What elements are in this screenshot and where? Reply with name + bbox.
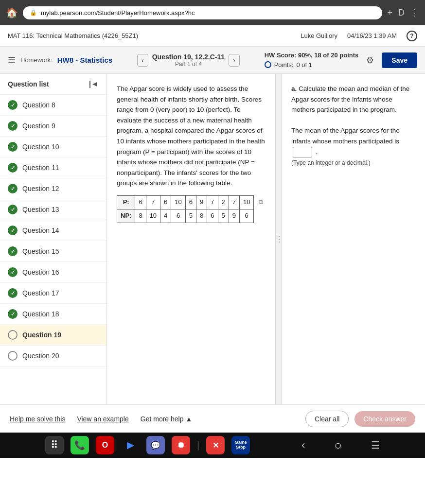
- answer-panel: a. Calculate the mean and median of the …: [282, 74, 425, 404]
- table-cell: 10: [146, 209, 160, 223]
- prev-question-button[interactable]: ‹: [137, 54, 148, 67]
- question-info: Question 19, 12.2.C-11 Part 1 of 4: [152, 53, 225, 68]
- sidebar-item-q13[interactable]: Question 13: [0, 199, 106, 220]
- question-text: The Apgar score is widely used to assess…: [117, 84, 266, 189]
- gamestop-icon[interactable]: GameStop: [231, 436, 250, 454]
- phone-icon[interactable]: 📞: [71, 436, 89, 454]
- mean-prefix: The mean of the Apgar scores for the inf…: [291, 127, 400, 145]
- grid-icon[interactable]: ⠿: [45, 436, 64, 454]
- sidebar-item-label: Question 9: [22, 122, 55, 130]
- sidebar-item-q12[interactable]: Question 12: [0, 178, 106, 199]
- sidebar-item-label: Question 15: [22, 247, 59, 255]
- divider-dots-icon: ⋮: [275, 235, 282, 244]
- browser-actions: + D ⋮: [387, 7, 419, 18]
- table-cell: 7: [229, 195, 239, 209]
- sidebar-item-q15[interactable]: Question 15: [0, 241, 106, 262]
- table-cell: 6: [207, 209, 218, 223]
- sidebar-item-q10[interactable]: Question 10: [0, 137, 106, 157]
- sidebar-item-label: Question 8: [22, 101, 55, 109]
- hw-header: ☰ Homework: HW8 - Statistics ‹ Question …: [0, 47, 425, 74]
- question-nav: ‹ Question 19, 12.2.C-11 Part 1 of 4 ›: [137, 53, 240, 68]
- collapse-sidebar-icon[interactable]: |◄: [89, 80, 99, 88]
- question-part: Part 1 of 4: [152, 61, 225, 68]
- bottom-toolbar-left: Help me solve this View an example Get m…: [10, 415, 192, 423]
- check-complete-icon: [8, 142, 18, 152]
- check-complete-icon: [8, 121, 18, 131]
- get-more-help-label: Get more help: [141, 415, 184, 423]
- recents-button[interactable]: ☰: [371, 439, 380, 451]
- mean-suffix: .: [316, 148, 318, 156]
- clear-all-button[interactable]: Clear all: [305, 411, 349, 427]
- panel-divider[interactable]: ⋮: [276, 74, 282, 404]
- sidebar-item-q19[interactable]: Question 19: [0, 325, 106, 346]
- hw-score-value: 90%, 18 of 20 points: [298, 52, 358, 59]
- app-tray: ⠿ 📞 O ▶ 💬 ⏺ | ✕ GameStop: [45, 436, 250, 454]
- sidebar-item-q16[interactable]: Question 16: [0, 262, 106, 283]
- table-cell: 7: [207, 195, 218, 209]
- play-icon[interactable]: ▶: [121, 436, 140, 454]
- nav-divider: |: [197, 440, 199, 451]
- browser-home-icon[interactable]: 🏠: [6, 7, 18, 18]
- browser-menu-button[interactable]: ⋮: [410, 7, 419, 18]
- table-cell: 9: [229, 209, 239, 223]
- x-app-icon[interactable]: ✕: [206, 436, 225, 454]
- sidebar-item-label: Question 10: [22, 143, 59, 151]
- settings-icon[interactable]: ⚙: [366, 55, 374, 66]
- sidebar-item-q14[interactable]: Question 14: [0, 220, 106, 241]
- view-example-button[interactable]: View an example: [77, 415, 128, 423]
- table-cell: 5: [185, 209, 196, 223]
- menu-icon[interactable]: ☰: [8, 55, 16, 66]
- sidebar-item-q17[interactable]: Question 17: [0, 283, 106, 304]
- table-cell: 6: [185, 195, 196, 209]
- tab-switcher-button[interactable]: D: [398, 8, 405, 18]
- hw-header-right: HW Score: 90%, 18 of 20 points Points: 0…: [265, 51, 417, 70]
- sidebar-item-q8[interactable]: Question 8: [0, 95, 106, 116]
- check-complete-icon: [8, 246, 18, 256]
- add-tab-button[interactable]: +: [387, 8, 392, 18]
- browser-url-bar[interactable]: 🔒 mylab.pearson.com/Student/PlayerHomewo…: [23, 6, 382, 19]
- question-panel: The Apgar score is widely used to assess…: [107, 74, 276, 404]
- record-icon[interactable]: ⏺: [172, 436, 190, 454]
- opera-icon[interactable]: O: [96, 436, 114, 454]
- content-area: The Apgar score is widely used to assess…: [107, 74, 425, 404]
- mean-input[interactable]: [293, 147, 312, 157]
- score-info: HW Score: 90%, 18 of 20 points Points: 0…: [265, 51, 359, 70]
- sidebar-item-q18[interactable]: Question 18: [0, 304, 106, 325]
- table-cell: 10: [239, 195, 253, 209]
- sidebar-item-q20[interactable]: Question 20: [0, 346, 106, 366]
- table-cell: 6: [160, 195, 171, 209]
- browser-url-text: mylab.pearson.com/Student/PlayerHomework…: [41, 9, 195, 17]
- sidebar-items-container: Question 8Question 9Question 10Question …: [0, 95, 106, 366]
- help-button[interactable]: ?: [407, 31, 417, 41]
- check-answer-button[interactable]: Check answer: [354, 411, 415, 427]
- back-button[interactable]: ‹: [301, 439, 305, 452]
- sidebar: Question list |◄ Question 8Question 9Que…: [0, 74, 107, 404]
- sidebar-item-q11[interactable]: Question 11: [0, 157, 106, 178]
- browser-lock-icon: 🔒: [30, 9, 37, 16]
- course-title: MAT 116: Technical Mathematics (4226_55Z…: [8, 32, 138, 39]
- points-value: 0 of 1: [296, 60, 312, 70]
- part-label: a.: [291, 85, 297, 92]
- nav-controls: ‹ ○ ☰: [301, 438, 380, 453]
- save-button[interactable]: Save: [382, 52, 417, 68]
- sidebar-item-q9[interactable]: Question 9: [0, 116, 106, 137]
- type-note: (Type an integer or a decimal.): [291, 158, 415, 168]
- home-button[interactable]: ○: [334, 438, 342, 453]
- help-me-solve-button[interactable]: Help me solve this: [10, 415, 65, 423]
- more-help-arrow-icon: ▲: [185, 415, 192, 423]
- hw-score-line: HW Score: 90%, 18 of 20 points: [265, 51, 359, 60]
- sidebar-item-label: Question 18: [22, 310, 59, 318]
- next-question-button[interactable]: ›: [229, 54, 240, 67]
- answer-instruction-text: Calculate the mean and median of the Apg…: [291, 85, 409, 113]
- hw-score-label: HW Score:: [265, 52, 297, 59]
- check-complete-icon: [8, 205, 18, 214]
- chat-icon[interactable]: 💬: [146, 436, 165, 454]
- get-more-help-button[interactable]: Get more help ▲: [141, 415, 193, 423]
- main-layout: Question list |◄ Question 8Question 9Que…: [0, 74, 425, 404]
- browser-chrome: 🏠 🔒 mylab.pearson.com/Student/PlayerHome…: [0, 0, 425, 25]
- sidebar-item-label: Question 20: [22, 352, 59, 360]
- check-complete-icon: [8, 226, 18, 235]
- table-copy-icon[interactable]: ⧉: [259, 197, 263, 208]
- table-header-p: P:: [117, 195, 135, 209]
- question-list-title: Question list: [8, 80, 49, 88]
